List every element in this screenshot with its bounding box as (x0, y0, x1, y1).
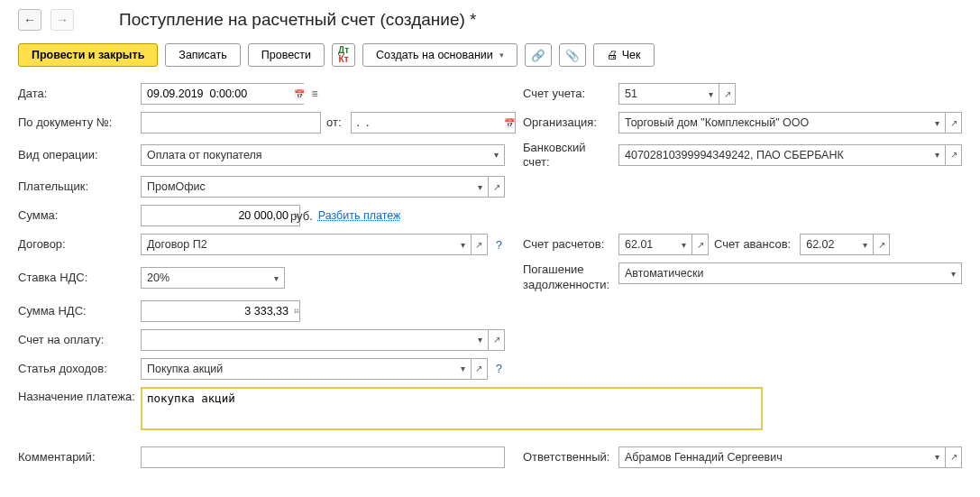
cheque-button[interactable]: 🖨 Чек (593, 43, 655, 67)
sum-currency-label: руб. (290, 209, 313, 223)
arrow-right-icon: → (56, 13, 69, 27)
invoice-open-button[interactable]: ↗ (489, 329, 505, 351)
optype-dropdown-button[interactable]: ▾ (489, 144, 505, 166)
settle-label: Счет расчетов: (523, 237, 613, 252)
contract-dropdown-button[interactable]: ▾ (455, 234, 472, 255)
contract-help[interactable]: ? (493, 238, 505, 252)
split-payment-link[interactable]: Разбить платеж (318, 209, 401, 222)
docdate-input[interactable] (351, 112, 504, 133)
payer-label: Плательщик: (18, 179, 135, 194)
invoice-input[interactable] (141, 329, 472, 351)
account-label: Счет учета: (523, 87, 613, 101)
debt-input[interactable]: Автоматически (618, 262, 946, 284)
settle-open-button[interactable]: ↗ (692, 234, 709, 255)
account-dropdown-button[interactable]: ▾ (703, 83, 719, 105)
income-help[interactable]: ? (493, 362, 505, 375)
bank-dropdown-button[interactable]: ▾ (930, 144, 946, 166)
vatsum-input[interactable] (141, 300, 294, 322)
chevron-down-icon: ▾ (499, 51, 504, 60)
responsible-dropdown-button[interactable]: ▾ (930, 446, 946, 468)
optype-input[interactable]: Оплата от покупателя (141, 144, 489, 166)
contract-label: Договор: (18, 237, 135, 252)
settle-input[interactable]: 62.01 (618, 234, 676, 255)
date-extra-button[interactable]: ≡ (304, 83, 325, 105)
docnum-input[interactable] (141, 112, 321, 133)
vatsum-label: Сумма НДС: (18, 304, 135, 318)
post-and-close-button[interactable]: Провести и закрыть (18, 43, 158, 67)
create-based-on-button[interactable]: Создать на основании ▾ (362, 43, 517, 67)
comment-input[interactable] (141, 446, 505, 468)
bank-input[interactable]: 40702810399994349242, ПАО СБЕРБАНК (618, 144, 930, 166)
nav-forward-button[interactable]: → (50, 9, 74, 31)
list-icon: ≡ (311, 87, 317, 100)
org-open-button[interactable]: ↗ (946, 112, 962, 133)
sum-label: Сумма: (18, 208, 135, 223)
debt-label: Погашение задолженности: (523, 262, 613, 293)
optype-label: Вид операции: (18, 148, 135, 162)
save-button[interactable]: Записать (165, 43, 240, 67)
page-title: Поступление на расчетный счет (создание)… (119, 10, 477, 30)
docnum-label: По документу №: (18, 115, 135, 130)
advance-open-button[interactable]: ↗ (874, 234, 890, 255)
bank-label: Банковский счет: (523, 141, 613, 169)
attachment-button[interactable]: 📎 (559, 43, 586, 67)
advance-input[interactable]: 62.02 (800, 234, 857, 255)
post-button[interactable]: Провести (248, 43, 325, 67)
payer-dropdown-button[interactable]: ▾ (472, 176, 489, 198)
contract-input[interactable]: Договор П2 (141, 234, 455, 255)
income-open-button[interactable]: ↗ (472, 358, 488, 380)
settle-dropdown-button[interactable]: ▾ (676, 234, 692, 255)
dtkt-icon: ДтКт (338, 46, 349, 64)
income-dropdown-button[interactable]: ▾ (455, 358, 472, 380)
vatsum-calculator-button[interactable]: ⌗ (294, 300, 300, 322)
comment-label: Комментарий: (18, 450, 135, 465)
bank-open-button[interactable]: ↗ (946, 144, 962, 166)
vatrate-input[interactable]: 20% (141, 267, 269, 289)
date-input[interactable] (141, 83, 294, 105)
printer-icon: 🖨 (607, 49, 618, 61)
payer-open-button[interactable]: ↗ (489, 176, 505, 198)
docdate-calendar-button[interactable]: 📅 (504, 112, 516, 133)
link-icon: 🔗 (531, 49, 545, 62)
responsible-label: Ответственный: (523, 450, 613, 465)
debit-credit-button[interactable]: ДтКт (332, 43, 355, 67)
responsible-input[interactable]: Абрамов Геннадий Сергеевич (618, 446, 930, 468)
date-label: Дата: (18, 87, 135, 101)
account-open-button[interactable]: ↗ (719, 83, 736, 105)
link-related-button[interactable]: 🔗 (525, 43, 552, 67)
payer-input[interactable]: ПромОфис (141, 176, 472, 198)
purpose-label: Назначение платежа: (18, 387, 135, 404)
arrow-left-icon: ← (23, 13, 36, 27)
purpose-textarea[interactable] (141, 387, 763, 430)
advance-label: Счет авансов: (714, 237, 791, 252)
docnum-from-label: от: (326, 115, 342, 130)
org-input[interactable]: Торговый дом "Комплексный" ООО (618, 112, 930, 133)
responsible-open-button[interactable]: ↗ (946, 446, 962, 468)
invoice-label: Счет на оплату: (18, 333, 135, 347)
org-label: Организация: (523, 115, 613, 130)
vatrate-dropdown-button[interactable]: ▾ (269, 267, 285, 289)
paperclip-icon: 📎 (565, 49, 580, 62)
nav-back-button[interactable]: ← (18, 9, 41, 31)
invoice-dropdown-button[interactable]: ▾ (472, 329, 489, 351)
sum-input[interactable] (141, 205, 294, 226)
income-label: Статья доходов: (18, 362, 135, 376)
vatrate-label: Ставка НДС: (18, 271, 135, 285)
calendar-icon: 📅 (504, 118, 515, 128)
org-dropdown-button[interactable]: ▾ (930, 112, 946, 133)
contract-open-button[interactable]: ↗ (472, 234, 488, 255)
calculator-icon: ⌗ (294, 306, 299, 317)
debt-dropdown-button[interactable]: ▾ (946, 262, 962, 284)
advance-dropdown-button[interactable]: ▾ (857, 234, 874, 255)
income-input[interactable]: Покупка акций (141, 358, 455, 380)
account-input[interactable]: 51 (618, 83, 703, 105)
